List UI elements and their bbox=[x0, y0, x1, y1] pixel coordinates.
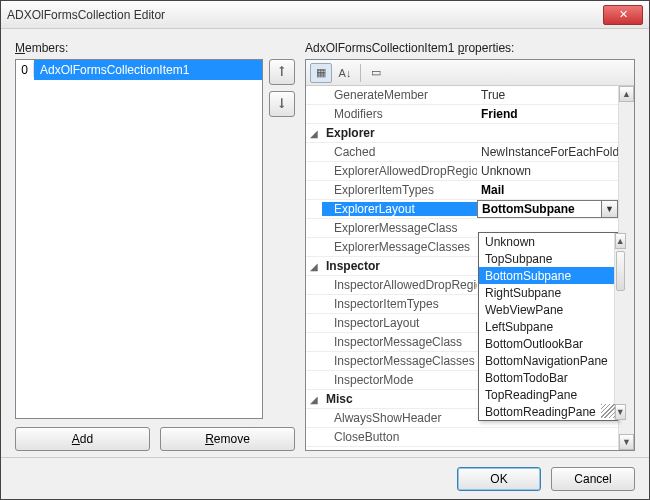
property-value: Friend bbox=[477, 107, 618, 121]
members-label: Members: bbox=[15, 41, 295, 55]
property-name: ExplorerLayout bbox=[322, 202, 477, 216]
property-name: Inspector bbox=[322, 259, 477, 273]
property-value[interactable]: BottomSubpane▼ bbox=[477, 200, 618, 218]
dropdown-option[interactable]: BottomReadingPane bbox=[479, 403, 614, 420]
close-button[interactable]: ✕ bbox=[603, 5, 643, 25]
dropdown-option[interactable]: TopSubpane bbox=[479, 250, 614, 267]
dropdown-list[interactable]: UnknownTopSubpaneBottomSubpaneRightSubpa… bbox=[478, 232, 618, 421]
titlebar[interactable]: ADXOlFormsCollection Editor ✕ bbox=[1, 1, 649, 29]
property-name: InspectorMessageClasses bbox=[322, 354, 477, 368]
dropdown-option[interactable]: WebViewPane bbox=[479, 301, 614, 318]
list-item[interactable]: 0 AdxOlFormsCollectionItem1 bbox=[16, 60, 262, 80]
expand-icon[interactable]: ◢ bbox=[306, 394, 322, 405]
property-name: Cached bbox=[322, 145, 477, 159]
dropdown-option[interactable]: BottomTodoBar bbox=[479, 369, 614, 386]
property-row[interactable]: GenerateMemberTrue bbox=[306, 86, 618, 105]
properties-label: AdxOlFormsCollectionItem1 properties: bbox=[305, 41, 635, 55]
property-name: ExplorerAllowedDropRegions bbox=[322, 164, 477, 178]
property-name: GenerateMember bbox=[322, 88, 477, 102]
window-title: ADXOlFormsCollection Editor bbox=[7, 8, 603, 22]
move-up-button[interactable]: 🠕 bbox=[269, 59, 295, 85]
property-pages-icon[interactable]: ▭ bbox=[365, 63, 387, 83]
scrollbar-thumb[interactable] bbox=[616, 251, 625, 291]
propgrid-toolbar: ▦ A↓ ▭ bbox=[306, 60, 634, 86]
dropdown-option[interactable]: LeftSubpane bbox=[479, 318, 614, 335]
categorized-icon[interactable]: ▦ bbox=[310, 63, 332, 83]
list-selected-label: AdxOlFormsCollectionItem1 bbox=[34, 60, 262, 80]
property-name: InspectorMessageClass bbox=[322, 335, 477, 349]
ok-button[interactable]: OK bbox=[457, 467, 541, 491]
property-name: Explorer bbox=[322, 126, 477, 140]
dropdown-scrollbar[interactable]: ▲ ▼ bbox=[614, 233, 626, 420]
dropdown-button[interactable]: ▼ bbox=[601, 201, 617, 217]
property-name: Modifiers bbox=[322, 107, 477, 121]
dialog-window: ADXOlFormsCollection Editor ✕ Members: 0… bbox=[0, 0, 650, 500]
alphabetical-icon[interactable]: A↓ bbox=[334, 63, 356, 83]
property-row[interactable]: CachedNewInstanceForEachFolder bbox=[306, 143, 618, 162]
category-row[interactable]: ◢Explorer bbox=[306, 124, 618, 143]
property-name: Misc bbox=[322, 392, 477, 406]
property-value: NewInstanceForEachFolder bbox=[477, 145, 618, 159]
property-name: InspectorItemTypes bbox=[322, 297, 477, 311]
scroll-up-icon[interactable]: ▲ bbox=[615, 233, 626, 249]
dialog-footer: OK Cancel bbox=[1, 457, 649, 499]
property-name: CloseButton bbox=[322, 430, 477, 444]
property-name: ExplorerItemTypes bbox=[322, 183, 477, 197]
dropdown-option[interactable]: BottomNavigationPane bbox=[479, 352, 614, 369]
dropdown-option[interactable]: Unknown bbox=[479, 233, 614, 250]
property-name: ExplorerMessageClass bbox=[322, 221, 477, 235]
dropdown-option[interactable]: TopReadingPane bbox=[479, 386, 614, 403]
expand-icon[interactable]: ◢ bbox=[306, 261, 322, 272]
property-value: Mail bbox=[477, 183, 618, 197]
content-area: Members: 0 AdxOlFormsCollectionItem1 🠕 🠗… bbox=[1, 29, 649, 457]
expand-icon[interactable]: ◢ bbox=[306, 128, 322, 139]
dropdown-option[interactable]: RightSubpane bbox=[479, 284, 614, 301]
property-name: AlwaysShowHeader bbox=[322, 411, 477, 425]
members-listbox[interactable]: 0 AdxOlFormsCollectionItem1 bbox=[15, 59, 263, 419]
cancel-button[interactable]: Cancel bbox=[551, 467, 635, 491]
scroll-up-icon[interactable]: ▲ bbox=[619, 86, 634, 102]
dropdown-option[interactable]: BottomSubpane bbox=[479, 267, 614, 284]
property-value: Unknown bbox=[477, 164, 618, 178]
members-column: Members: 0 AdxOlFormsCollectionItem1 🠕 🠗… bbox=[15, 41, 295, 451]
property-name: InspectorAllowedDropRegions bbox=[322, 278, 477, 292]
toolbar-separator bbox=[360, 64, 361, 82]
properties-column: AdxOlFormsCollectionItem1 properties: ▦ … bbox=[305, 41, 635, 451]
add-button[interactable]: Add bbox=[15, 427, 150, 451]
property-row[interactable]: ModifiersFriend bbox=[306, 105, 618, 124]
property-row[interactable]: ExplorerLayoutBottomSubpane▼ bbox=[306, 200, 618, 219]
move-down-button[interactable]: 🠗 bbox=[269, 91, 295, 117]
scroll-down-icon[interactable]: ▼ bbox=[615, 404, 626, 420]
property-value: True bbox=[477, 88, 618, 102]
property-name: InspectorMode bbox=[322, 373, 477, 387]
list-index: 0 bbox=[16, 63, 34, 77]
property-grid[interactable]: ▦ A↓ ▭ GenerateMemberTrueModifiersFriend… bbox=[305, 59, 635, 451]
property-row[interactable]: ExplorerItemTypesMail bbox=[306, 181, 618, 200]
dropdown-option[interactable]: BottomOutlookBar bbox=[479, 335, 614, 352]
property-name: InspectorLayout bbox=[322, 316, 477, 330]
resize-grip-icon[interactable] bbox=[601, 404, 615, 418]
property-name: ExplorerMessageClasses bbox=[322, 240, 477, 254]
property-row[interactable]: ExplorerAllowedDropRegionsUnknown bbox=[306, 162, 618, 181]
scroll-down-icon[interactable]: ▼ bbox=[619, 434, 634, 450]
property-row[interactable]: CloseButton bbox=[306, 428, 618, 447]
remove-button[interactable]: Remove bbox=[160, 427, 295, 451]
